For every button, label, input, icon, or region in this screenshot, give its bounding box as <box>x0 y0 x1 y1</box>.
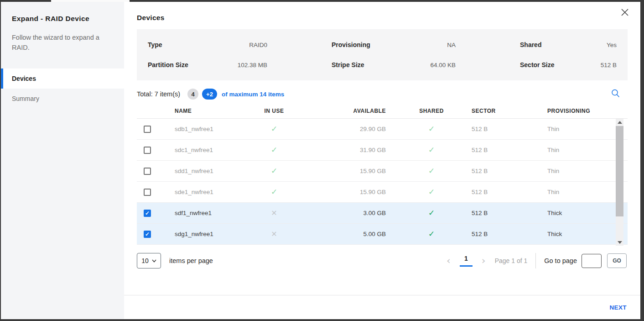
col-header-in-use: IN USE <box>231 108 317 114</box>
info-label-type: Type <box>148 41 162 48</box>
info-label-partition-size: Partition Size <box>148 61 188 68</box>
col-header-sector: SECTOR <box>459 108 527 114</box>
previous-page-icon[interactable]: ‹ <box>444 256 453 266</box>
items-per-page-label: items per page <box>169 257 213 264</box>
wizard-sidebar: Expand - RAID Device Follow the wizard t… <box>1 2 124 319</box>
table-row-selected: sdf1_nwfree1 ✕ 3.00 GB ✓ 512 B Thick <box>137 203 628 224</box>
cell-available: 5.00 GB <box>317 231 404 237</box>
go-to-page-input[interactable] <box>582 254 602 268</box>
in-use-cross-icon: ✕ <box>271 209 277 217</box>
info-value-sector-size: 512 B <box>601 62 617 68</box>
row-checkbox[interactable] <box>144 168 151 175</box>
col-header-provisioning: PROVISIONING <box>527 108 628 114</box>
cell-sector: 512 B <box>459 210 527 216</box>
cell-provisioning: Thin <box>527 147 628 153</box>
shared-check-icon: ✓ <box>428 125 435 133</box>
cell-sector: 512 B <box>459 147 527 153</box>
step-summary[interactable]: Summary <box>1 89 124 109</box>
cell-sector: 512 B <box>459 126 527 132</box>
cell-sector: 512 B <box>459 168 527 174</box>
info-value-shared: Yes <box>607 42 617 48</box>
page-number-current[interactable]: 1 <box>460 255 473 267</box>
cell-available: 31.90 GB <box>317 147 404 153</box>
row-checkbox[interactable] <box>144 189 151 196</box>
cell-provisioning: Thick <box>527 231 628 237</box>
col-header-name: NAME <box>158 108 231 114</box>
selection-summary-bar: Total: 7 item(s) 4 +2 of maximum 14 item… <box>137 87 628 101</box>
shared-check-icon: ✓ <box>428 230 435 238</box>
cell-name: sdb1_nwfree1 <box>158 126 231 132</box>
cell-name: sdf1_nwfree1 <box>158 210 231 216</box>
info-label-stripe-size: Stripe Size <box>332 61 364 68</box>
added-count-badge: +2 <box>202 89 217 100</box>
page-size-value: 10 <box>141 257 149 264</box>
cell-sector: 512 B <box>459 189 527 195</box>
scrollbar-thumb[interactable] <box>616 126 623 216</box>
shared-check-icon: ✓ <box>428 209 435 217</box>
in-use-cross-icon: ✕ <box>271 230 277 238</box>
info-value-partition-size: 102.38 MB <box>238 62 267 68</box>
in-use-check-icon: ✓ <box>271 125 277 133</box>
in-use-check-icon: ✓ <box>271 146 277 154</box>
cell-provisioning: Thin <box>527 189 628 195</box>
table-header-row: NAME IN USE AVAILABLE SHARED SECTOR PROV… <box>137 103 628 119</box>
in-use-check-icon: ✓ <box>271 188 277 196</box>
chevron-down-icon <box>152 259 156 263</box>
next-button[interactable]: NEXT <box>609 304 627 311</box>
step-summary-label: Summary <box>12 95 39 102</box>
page-info-text: Page 1 of 1 <box>495 257 528 264</box>
scrollbar-up-arrow-icon[interactable] <box>616 119 623 126</box>
info-value-stripe-size: 64.00 KB <box>430 62 456 68</box>
devices-table: NAME IN USE AVAILABLE SHARED SECTOR PROV… <box>137 103 628 245</box>
wizard-steps: Devices Summary <box>1 68 124 109</box>
info-label-sector-size: Sector Size <box>520 61 554 68</box>
table-row-selected: sdg1_nwfree1 ✕ 5.00 GB ✓ 512 B Thick <box>137 224 628 245</box>
col-header-shared: SHARED <box>404 108 459 114</box>
scrollbar-down-arrow-icon[interactable] <box>616 239 623 246</box>
search-button[interactable] <box>610 88 621 100</box>
in-use-check-icon: ✓ <box>271 167 277 175</box>
table-row: sdd1_nwfree1 ✓ 15.90 GB ✓ 512 B Thin <box>137 161 628 182</box>
col-header-available: AVAILABLE <box>317 108 404 114</box>
existing-count-badge: 4 <box>187 89 198 100</box>
page-size-select[interactable]: 10 <box>137 253 161 268</box>
page-number-underline <box>460 265 473 267</box>
next-page-icon[interactable]: › <box>479 256 488 266</box>
row-checkbox[interactable] <box>144 210 151 217</box>
row-checkbox[interactable] <box>144 231 151 238</box>
page-number-label: 1 <box>460 255 473 262</box>
info-value-type: RAID0 <box>249 42 267 48</box>
row-checkbox[interactable] <box>144 126 151 133</box>
shared-check-icon: ✓ <box>428 146 435 154</box>
cell-name: sdd1_nwfree1 <box>158 168 231 174</box>
table-row: sdb1_nwfree1 ✓ 29.90 GB ✓ 512 B Thin <box>137 119 628 140</box>
table-row: sdc1_nwfree1 ✓ 31.90 GB ✓ 512 B Thin <box>137 140 628 161</box>
panel-title: Devices <box>137 14 628 22</box>
pagination-bar: 10 items per page ‹ 1 › Page 1 of 1 Go t <box>137 253 628 268</box>
go-button[interactable]: GO <box>607 253 627 268</box>
wizard-description: Follow the wizard to expand a RAID. <box>12 33 110 53</box>
info-value-provisioning: NA <box>447 42 456 48</box>
cell-name: sdc1_nwfree1 <box>158 147 231 153</box>
cell-provisioning: Thick <box>527 210 628 216</box>
cell-provisioning: Thin <box>527 168 628 174</box>
table-scrollbar[interactable] <box>616 119 623 246</box>
close-icon <box>621 8 629 16</box>
raid-info-panel: Type RAID0 Provisioning NA Shared Yes Pa… <box>137 29 628 80</box>
total-items-text: Total: 7 item(s) <box>137 90 180 98</box>
cell-available: 15.90 GB <box>317 189 404 195</box>
close-button[interactable] <box>619 7 630 18</box>
shared-check-icon: ✓ <box>428 167 435 175</box>
row-checkbox[interactable] <box>144 147 151 154</box>
shared-check-icon: ✓ <box>428 188 435 196</box>
info-label-shared: Shared <box>520 41 541 48</box>
go-to-page-label: Go to page <box>544 257 577 264</box>
background-tab-label: blr8-115-105 ✕ <box>51 0 130 1</box>
cell-available: 29.90 GB <box>317 126 404 132</box>
devices-panel: Devices Type RAID0 Provisioning NA Share… <box>124 2 640 319</box>
cell-available: 3.00 GB <box>317 210 404 216</box>
step-devices[interactable]: Devices <box>1 68 124 89</box>
expand-raid-wizard-dialog: Expand - RAID Device Follow the wizard t… <box>1 2 640 319</box>
search-icon <box>611 89 620 98</box>
cell-name: sdg1_nwfree1 <box>158 231 231 237</box>
